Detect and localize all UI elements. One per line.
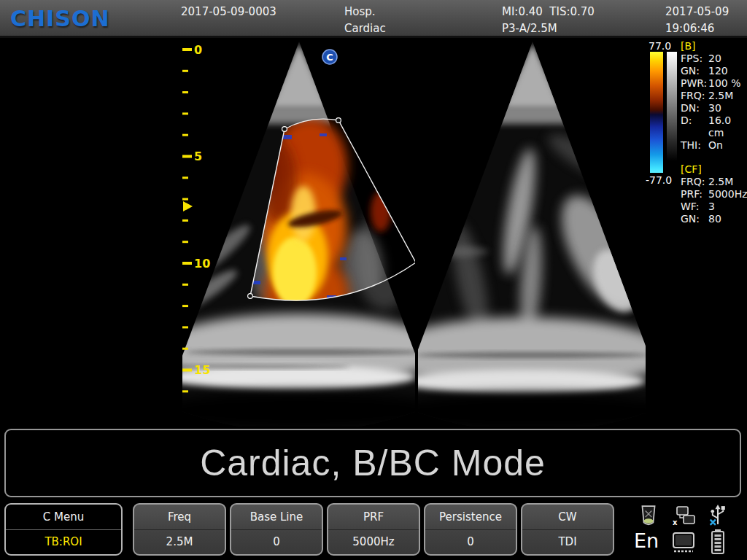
param-row: DN:30 — [681, 102, 747, 114]
mi-tis-label: MI:0.40 TIS:0.70 — [502, 4, 595, 20]
depth-label-10: 10 — [194, 257, 210, 271]
baseline-button[interactable]: Base Line 0 — [230, 503, 323, 556]
exam-preset-label: Cardiac — [344, 20, 386, 37]
orientation-marker: C — [322, 50, 337, 64]
velocity-scale-max: 77.0 — [649, 40, 671, 52]
monitor-icon — [671, 532, 696, 554]
roi-handle-bottom-left[interactable] — [248, 294, 253, 299]
datetime-block: 2017-05-09 19:06:46 — [665, 4, 729, 37]
param-row: D:16.0 cm — [681, 114, 747, 139]
param-row: GN:80 — [681, 213, 747, 225]
param-row: FRQ:2.5M — [681, 176, 747, 188]
color-doppler-scale-bar — [650, 52, 663, 173]
svg-text:x: x — [673, 518, 678, 526]
param-row: THI:On — [681, 139, 747, 152]
cw-button[interactable]: CW TDI — [521, 503, 614, 556]
battery-icon — [711, 529, 725, 554]
chison-logo: CHISON — [10, 6, 110, 31]
language-indicator: En — [634, 529, 659, 552]
param-row: WF:3 — [681, 201, 747, 213]
exam-id: 2017-05-09-0003 — [181, 4, 276, 20]
param-row: PWR:100 % — [681, 77, 747, 90]
right-b-image — [379, 42, 686, 427]
ultrasound-image: C — [0, 40, 747, 427]
param-row: GN:120 — [681, 65, 747, 77]
usb-icon — [709, 504, 727, 526]
b-mode-title: [B] — [681, 40, 747, 52]
param-row: PRF:5000Hz — [681, 188, 747, 201]
param-row: FRQ:2.5M — [681, 90, 747, 102]
hospital-label: Hosp. — [344, 4, 386, 20]
ultrasound-system-screen: { "header": { "logo": "CHISON", "exam_id… — [0, 0, 747, 560]
soft-menu-bar: C Menu TB:ROI Freq 2.5M Base Line 0 PRF … — [0, 500, 747, 560]
focus-marker — [183, 201, 193, 211]
time-label: 19:06:46 — [665, 20, 729, 37]
orientation-marker-letter: C — [326, 52, 333, 63]
freq-button[interactable]: Freq 2.5M — [133, 503, 226, 556]
mode-message-bar: Cardiac, B/BC Mode — [4, 429, 741, 497]
probe-label: P3-A/2.5M — [502, 20, 595, 37]
param-row: FPS:20 — [681, 52, 747, 65]
acoustic-output-block: MI:0.40 TIS:0.70 P3-A/2.5M — [502, 4, 595, 37]
network-icon: x — [671, 506, 696, 526]
cf-mode-title: [CF] — [681, 163, 747, 176]
prf-button[interactable]: PRF 5000Hz — [327, 503, 420, 556]
c-menu-button[interactable]: C Menu TB:ROI — [4, 503, 123, 556]
mode-parameters: [B] FPS:20 GN:120 PWR:100 % FRQ:2.5M DN:… — [681, 40, 747, 225]
roi-handle-top-left[interactable] — [282, 127, 287, 132]
grayscale-bar — [667, 52, 677, 161]
hospital-preset-block: Hosp. Cardiac — [344, 4, 386, 37]
ultrasound-display: C — [0, 40, 747, 427]
beaker-icon — [639, 505, 658, 526]
dual-image-divider — [415, 40, 418, 427]
parameter-panel: 77.0 -77.0 [B] FPS:20 GN:120 PWR:100 % F… — [646, 40, 747, 427]
depth-label-15: 15 — [194, 363, 210, 377]
depth-label-0: 0 — [194, 43, 202, 57]
velocity-scale-min: -77.0 — [646, 174, 672, 186]
persistence-button[interactable]: Persistence 0 — [424, 503, 517, 556]
date-label: 2017-05-09 — [665, 4, 729, 20]
roi-handle-top-right[interactable] — [336, 118, 341, 123]
depth-label-5: 5 — [194, 149, 202, 163]
mode-message-text: Cardiac, B/BC Mode — [200, 442, 546, 484]
top-status-bar: CHISON 2017-05-09-0003 Hosp. Cardiac MI:… — [0, 0, 747, 38]
